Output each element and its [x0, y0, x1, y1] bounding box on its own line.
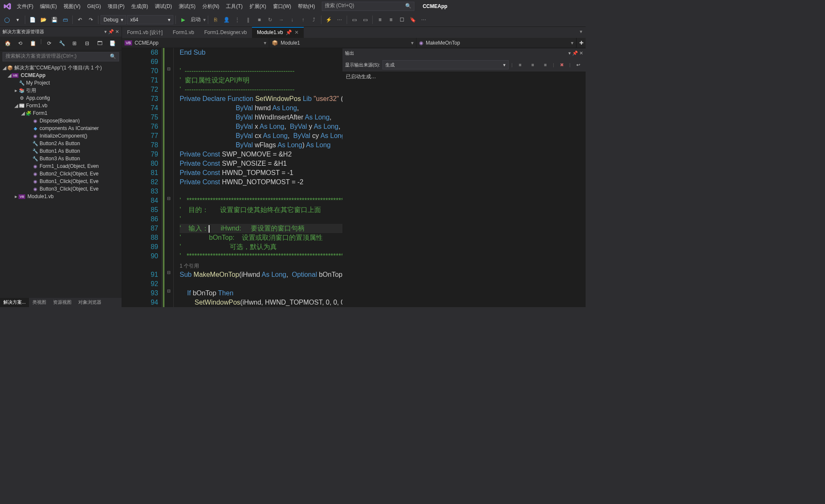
tb-icon-12[interactable]: ▭: [360, 15, 370, 25]
tb-icon-1[interactable]: ⋮: [232, 15, 242, 25]
out-clear-icon[interactable]: ✖: [557, 60, 567, 70]
out-icon-1[interactable]: ≡: [515, 60, 525, 70]
fold-icon[interactable]: ⊟: [167, 196, 170, 201]
tab-form1-designer[interactable]: Form1.Designer.vb: [199, 27, 252, 38]
bookmark-icon[interactable]: 🔖: [408, 15, 418, 25]
tree-btn2click[interactable]: ◉Button2_Click(Object, Eve: [0, 170, 122, 178]
se-icon-7[interactable]: 🗔: [95, 38, 105, 48]
bottab-classview[interactable]: 类视图: [29, 298, 50, 307]
code-editor[interactable]: 6869707172737475767778798081828384858687…: [122, 48, 586, 307]
se-icon-3[interactable]: ⟳: [44, 38, 54, 48]
nav-fwd-button[interactable]: ▾: [13, 15, 23, 25]
dropdown-icon[interactable]: ▾: [104, 29, 107, 34]
menu-tools[interactable]: 工具(T): [223, 1, 246, 12]
tabs-overflow-icon[interactable]: ▾: [576, 27, 586, 38]
tb-icon-6[interactable]: ↓: [287, 15, 297, 25]
solution-search-input[interactable]: 搜索解决方案资源管理器(Ctrl+;) 🔍: [3, 52, 119, 61]
tab-form1-vb[interactable]: Form1.vb: [168, 27, 199, 38]
menu-project[interactable]: 项目(P): [104, 1, 128, 12]
tb-icon-8[interactable]: ⤴: [309, 15, 319, 25]
tb-icon-5[interactable]: →: [276, 15, 286, 25]
tree-refs[interactable]: ▸📚引用: [0, 87, 122, 94]
out-icon-2[interactable]: ≡: [528, 60, 538, 70]
tree-myproject[interactable]: 🔧My Project: [0, 79, 122, 87]
tab-module1[interactable]: Module1.vb📌✕: [252, 27, 304, 38]
menu-file[interactable]: 文件(F): [13, 1, 37, 12]
bottab-objbrowser[interactable]: 对象浏览器: [75, 298, 105, 307]
menu-git[interactable]: Git(G): [84, 2, 104, 11]
save-all-button[interactable]: 🗃: [60, 15, 70, 25]
bottab-solution[interactable]: 解决方案...: [0, 298, 29, 307]
search-input[interactable]: 搜索 (Ctrl+Q) 🔍: [322, 2, 414, 11]
pin-icon[interactable]: 📌: [108, 29, 114, 34]
menu-analyze[interactable]: 分析(N): [199, 1, 223, 12]
tree-appconfig[interactable]: ⚙App.config: [0, 94, 122, 102]
tb-icon-10[interactable]: ⋯: [334, 15, 345, 25]
menu-help[interactable]: 帮助(H): [294, 1, 318, 12]
tree-solution[interactable]: ◢📦解决方案"CCMEApp"(1 个项目/共 1 个): [0, 64, 122, 72]
se-icon-4[interactable]: 🔧: [57, 38, 67, 48]
tb-icon-14[interactable]: ≡: [386, 15, 396, 25]
close-icon[interactable]: ✕: [579, 50, 583, 56]
tb-icon-9[interactable]: ⚡: [324, 15, 334, 25]
menu-view[interactable]: 视图(V): [60, 1, 84, 12]
config-combo[interactable]: Debug▾: [101, 15, 126, 24]
fold-icon[interactable]: ⊟: [167, 289, 170, 293]
tree-btn3click[interactable]: ◉Button3_Click(Object, Eve: [0, 185, 122, 193]
dropdown-icon[interactable]: ▾: [568, 50, 571, 56]
tree-components[interactable]: ◆components As IContainer: [0, 125, 122, 132]
menu-window[interactable]: 窗口(W): [270, 1, 294, 12]
tree-initcomp[interactable]: ◉InitializeComponent(): [0, 132, 122, 140]
redo-button[interactable]: ↷: [86, 15, 96, 25]
tb-icon-16[interactable]: ⋯: [419, 15, 429, 25]
output-source-combo[interactable]: 生成▾: [382, 60, 509, 69]
out-icon-3[interactable]: ≡: [540, 60, 550, 70]
close-icon[interactable]: ✕: [294, 29, 299, 35]
se-icon-2[interactable]: 📋: [28, 38, 38, 48]
tree-btn2[interactable]: 🔧Button2 As Button: [0, 140, 122, 147]
tree-form1[interactable]: ◢🧩Form1: [0, 109, 122, 117]
se-icon-1[interactable]: ⟲: [15, 38, 25, 48]
tree-btn1click[interactable]: ◉Button1_Click(Object, Eve: [0, 178, 122, 185]
tree-module1[interactable]: ▸VB Module1.vb: [0, 193, 122, 200]
menu-test[interactable]: 测试(S): [175, 1, 199, 12]
step-into-icon[interactable]: ⎘: [210, 15, 220, 25]
se-icon-5[interactable]: ⊞: [69, 38, 80, 48]
pin-icon[interactable]: 📌: [286, 29, 292, 35]
undo-button[interactable]: ↶: [75, 15, 85, 25]
nav-member[interactable]: ◉MakeMeOnTop▾: [416, 38, 576, 48]
nav-scope[interactable]: VBCCMEApp▾: [122, 38, 269, 48]
tb-icon-2[interactable]: ‖: [243, 15, 253, 25]
se-icon-8[interactable]: 📑: [107, 38, 117, 48]
platform-combo[interactable]: x64▾: [127, 15, 173, 24]
close-icon[interactable]: ✕: [115, 29, 119, 34]
bottab-resview[interactable]: 资源视图: [50, 298, 75, 307]
tb-icon-11[interactable]: ▭: [349, 15, 359, 25]
tree-form1vb[interactable]: ◢📰Form1.vb: [0, 102, 122, 109]
tree-btn1[interactable]: 🔧Button1 As Button: [0, 147, 122, 155]
run-button[interactable]: ▶: [178, 15, 188, 25]
se-icon-6[interactable]: ⊟: [82, 38, 92, 48]
tb-icon-3[interactable]: ■: [254, 15, 264, 25]
out-wrap-icon[interactable]: ↩: [573, 60, 583, 70]
tab-form1-design[interactable]: Form1.vb [设计]: [122, 27, 168, 38]
tb-icon-13[interactable]: ≡: [375, 15, 385, 25]
nav-back-button[interactable]: ◯: [2, 15, 12, 25]
fold-icon[interactable]: ⊟: [167, 270, 170, 275]
tb-icon-15[interactable]: ☐: [397, 15, 407, 25]
save-button[interactable]: 💾: [49, 15, 59, 25]
tb-icon-4[interactable]: ↻: [265, 15, 275, 25]
pin-icon[interactable]: 📌: [572, 50, 578, 56]
menu-build[interactable]: 生成(B): [128, 1, 151, 12]
tree-form1load[interactable]: ◉Form1_Load(Object, Even: [0, 162, 122, 170]
output-body[interactable]: 已启动生成…: [342, 72, 586, 82]
step-over-icon[interactable]: 👤: [221, 15, 231, 25]
new-button[interactable]: 📄: [27, 15, 37, 25]
run-label[interactable]: 启动: [189, 16, 202, 23]
fold-icon[interactable]: ⊟: [167, 66, 170, 71]
split-icon[interactable]: ✚: [576, 38, 586, 48]
tree-project[interactable]: ◢VB CCMEApp: [0, 72, 122, 79]
nav-module[interactable]: 📦Module1▾: [269, 38, 416, 48]
menu-debug[interactable]: 调试(D): [151, 1, 175, 12]
home-icon[interactable]: 🏠: [3, 38, 13, 48]
